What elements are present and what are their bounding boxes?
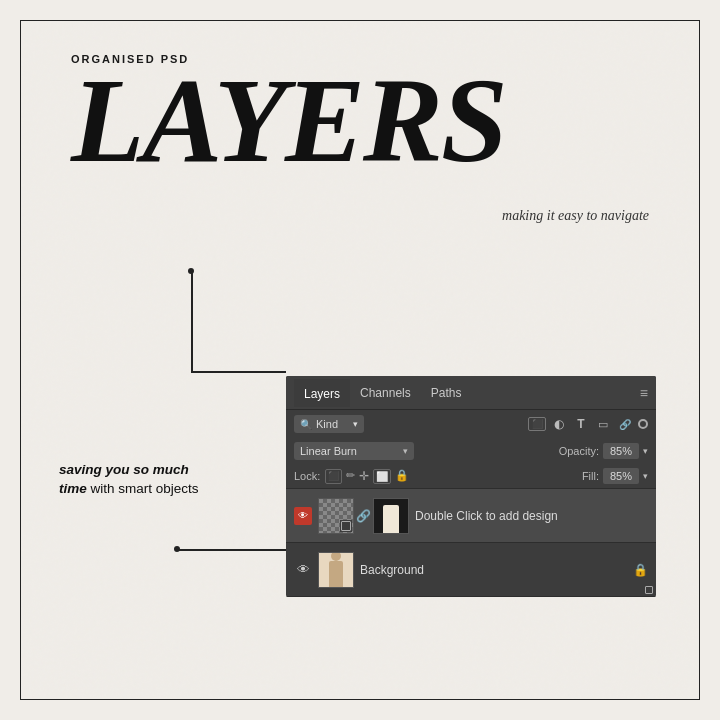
smart-filter-icon[interactable]: 🔗 <box>616 419 634 430</box>
annotation-text: saving you so much time with smart objec… <box>59 461 199 499</box>
header-area: ORGANISED PSD LAYERS making it easy to n… <box>71 53 649 175</box>
layer-thumbs-bg <box>318 552 354 588</box>
lock-move-icon[interactable]: ✛ <box>359 469 369 484</box>
shape-filter-icon[interactable]: ▭ <box>594 418 612 431</box>
layer-row-design[interactable]: 👁 🔗 Double Click to add design <box>286 489 656 543</box>
main-card: ORGANISED PSD LAYERS making it easy to n… <box>20 20 700 700</box>
layer-link-icon: 🔗 <box>356 509 371 523</box>
opacity-label: Opacity: <box>559 445 599 457</box>
fill-label: Fill: <box>582 470 599 482</box>
blend-chevron: ▾ <box>403 446 408 456</box>
tab-channels[interactable]: Channels <box>350 380 421 406</box>
pixel-filter-icon[interactable]: ⬛ <box>528 417 546 431</box>
kind-filter-icons: ⬛ ◐ T ▭ 🔗 <box>528 417 648 431</box>
kind-label: Kind <box>316 418 338 430</box>
fill-value[interactable]: 85% <box>603 468 639 484</box>
dot-filter-icon[interactable] <box>638 419 648 429</box>
adjustment-filter-icon[interactable]: ◐ <box>550 417 568 431</box>
ps-panel-tabs: Layers Channels Paths ≡ <box>286 376 656 410</box>
side-annotation: saving you so much time with smart objec… <box>59 461 199 499</box>
kind-chevron: ▾ <box>353 419 358 429</box>
layer-thumb-bg <box>318 552 354 588</box>
layer-label-bg: Background <box>360 563 627 577</box>
layer-thumb-design <box>373 498 409 534</box>
search-mini-icon: 🔍 <box>300 419 312 430</box>
lock-icons: ⬛ ✏ ✛ ⬜ 🔒 <box>325 469 409 484</box>
fill-row: Fill: 85% ▾ <box>582 468 648 484</box>
kind-row: 🔍 Kind ▾ ⬛ ◐ T ▭ 🔗 <box>286 410 656 438</box>
layers-title: LAYERS <box>71 67 649 175</box>
blend-mode-select[interactable]: Linear Burn ▾ <box>294 442 414 460</box>
layer-thumbs-design: 🔗 <box>318 498 409 534</box>
blend-mode-value: Linear Burn <box>300 445 357 457</box>
opacity-row: Opacity: 85% ▾ <box>559 443 648 459</box>
ps-layers-panel: Layers Channels Paths ≡ 🔍 Kind ▾ ⬛ ◐ T ▭… <box>286 376 656 597</box>
kind-select[interactable]: 🔍 Kind ▾ <box>294 415 364 433</box>
type-filter-icon[interactable]: T <box>572 417 590 431</box>
opacity-value[interactable]: 85% <box>603 443 639 459</box>
layer-thumb-smart <box>318 498 354 534</box>
layer-row-background[interactable]: 👁 Background 🔒 <box>286 543 656 597</box>
connector-vertical <box>191 271 193 371</box>
side-connector-horiz <box>177 549 289 551</box>
lock-artboard-icon[interactable]: ⬜ <box>373 469 391 484</box>
blend-opacity-row: Linear Burn ▾ Opacity: 85% ▾ <box>286 438 656 464</box>
panel-menu-icon[interactable]: ≡ <box>640 385 648 401</box>
lock-fill-row: Lock: ⬛ ✏ ✛ ⬜ 🔒 Fill: 85% ▾ <box>286 464 656 489</box>
tab-paths[interactable]: Paths <box>421 380 472 406</box>
lock-all-icon[interactable]: 🔒 <box>395 469 409 484</box>
design-figure <box>383 505 399 533</box>
layer-eye-background[interactable]: 👁 <box>294 562 312 577</box>
lock-position-icon[interactable]: ✏ <box>346 469 355 484</box>
layer-label-design: Double Click to add design <box>415 509 648 523</box>
background-lock-icon: 🔒 <box>633 563 648 577</box>
lock-label: Lock: <box>294 470 320 482</box>
subtitle-text: making it easy to navigate <box>502 208 649 224</box>
annotation-regular: with smart objects <box>91 481 199 496</box>
lock-pixels-icon[interactable]: ⬛ <box>325 469 342 484</box>
smart-object-icon <box>340 520 352 532</box>
tab-layers[interactable]: Layers <box>294 379 350 407</box>
opacity-chevron[interactable]: ▾ <box>643 446 648 456</box>
connector-horizontal <box>191 371 286 373</box>
fill-chevron[interactable]: ▾ <box>643 471 648 481</box>
layer-eye-design[interactable]: 👁 <box>294 507 312 525</box>
